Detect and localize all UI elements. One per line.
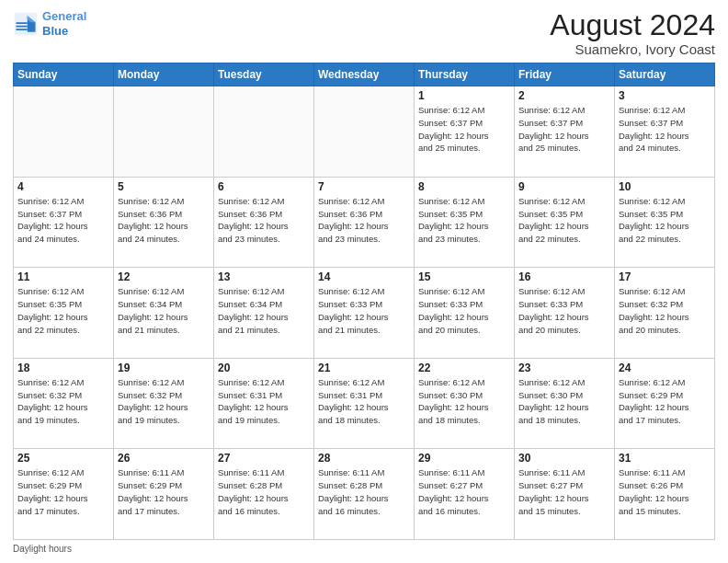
day-info: Sunrise: 6:12 AM Sunset: 6:34 PM Dayligh… bbox=[118, 285, 210, 336]
day-info: Sunrise: 6:12 AM Sunset: 6:37 PM Dayligh… bbox=[619, 104, 711, 155]
svg-rect-5 bbox=[17, 29, 28, 30]
day-header-wednesday: Wednesday bbox=[314, 63, 415, 86]
week-row-5: 25Sunrise: 6:12 AM Sunset: 6:29 PM Dayli… bbox=[14, 449, 715, 540]
calendar-cell: 25Sunrise: 6:12 AM Sunset: 6:29 PM Dayli… bbox=[14, 449, 114, 540]
day-number: 12 bbox=[118, 270, 210, 283]
day-number: 1 bbox=[418, 89, 510, 102]
day-info: Sunrise: 6:12 AM Sunset: 6:35 PM Dayligh… bbox=[17, 285, 109, 336]
title-block: August 2024 Suamekro, Ivory Coast bbox=[550, 9, 715, 57]
day-info: Sunrise: 6:12 AM Sunset: 6:36 PM Dayligh… bbox=[118, 195, 210, 246]
logo-icon bbox=[13, 11, 39, 37]
calendar-cell: 31Sunrise: 6:11 AM Sunset: 6:26 PM Dayli… bbox=[615, 449, 715, 540]
day-number: 29 bbox=[418, 452, 510, 465]
calendar-cell: 11Sunrise: 6:12 AM Sunset: 6:35 PM Dayli… bbox=[14, 268, 114, 359]
calendar-cell: 18Sunrise: 6:12 AM Sunset: 6:32 PM Dayli… bbox=[14, 358, 114, 449]
calendar-cell: 8Sunrise: 6:12 AM Sunset: 6:35 PM Daylig… bbox=[415, 177, 515, 268]
day-info: Sunrise: 6:11 AM Sunset: 6:26 PM Dayligh… bbox=[619, 466, 711, 517]
calendar-cell: 12Sunrise: 6:12 AM Sunset: 6:34 PM Dayli… bbox=[114, 268, 214, 359]
calendar-cell: 6Sunrise: 6:12 AM Sunset: 6:36 PM Daylig… bbox=[214, 177, 314, 268]
calendar-cell: 30Sunrise: 6:11 AM Sunset: 6:27 PM Dayli… bbox=[515, 449, 615, 540]
day-info: Sunrise: 6:11 AM Sunset: 6:28 PM Dayligh… bbox=[218, 466, 310, 517]
calendar-cell: 15Sunrise: 6:12 AM Sunset: 6:33 PM Dayli… bbox=[415, 268, 515, 359]
day-number: 21 bbox=[318, 362, 410, 374]
day-number: 26 bbox=[118, 452, 210, 465]
calendar-cell bbox=[214, 86, 314, 178]
day-info: Sunrise: 6:12 AM Sunset: 6:30 PM Dayligh… bbox=[418, 376, 510, 427]
day-number: 16 bbox=[518, 270, 610, 283]
calendar-cell: 24Sunrise: 6:12 AM Sunset: 6:29 PM Dayli… bbox=[615, 358, 715, 449]
calendar-cell: 3Sunrise: 6:12 AM Sunset: 6:37 PM Daylig… bbox=[615, 86, 715, 178]
day-info: Sunrise: 6:11 AM Sunset: 6:28 PM Dayligh… bbox=[318, 466, 410, 517]
daylight-hours-label: Daylight hours bbox=[13, 544, 72, 554]
day-number: 23 bbox=[518, 362, 610, 374]
day-number: 25 bbox=[17, 452, 109, 465]
day-number: 3 bbox=[619, 89, 711, 102]
day-number: 17 bbox=[619, 270, 711, 283]
week-row-1: 1Sunrise: 6:12 AM Sunset: 6:37 PM Daylig… bbox=[14, 86, 715, 178]
day-info: Sunrise: 6:12 AM Sunset: 6:31 PM Dayligh… bbox=[318, 376, 410, 427]
day-header-thursday: Thursday bbox=[415, 63, 515, 86]
day-number: 22 bbox=[418, 362, 510, 374]
calendar-cell bbox=[14, 86, 114, 178]
calendar-table: SundayMondayTuesdayWednesdayThursdayFrid… bbox=[13, 63, 715, 540]
svg-rect-4 bbox=[17, 25, 28, 27]
day-info: Sunrise: 6:12 AM Sunset: 6:37 PM Dayligh… bbox=[17, 195, 109, 246]
calendar-cell: 2Sunrise: 6:12 AM Sunset: 6:37 PM Daylig… bbox=[515, 86, 615, 178]
logo-text: General Blue bbox=[42, 9, 86, 38]
calendar-title: August 2024 bbox=[550, 9, 715, 41]
day-number: 6 bbox=[218, 180, 310, 193]
calendar-cell: 26Sunrise: 6:11 AM Sunset: 6:29 PM Dayli… bbox=[114, 449, 214, 540]
day-info: Sunrise: 6:12 AM Sunset: 6:29 PM Dayligh… bbox=[17, 466, 109, 517]
day-number: 11 bbox=[17, 270, 109, 283]
day-info: Sunrise: 6:12 AM Sunset: 6:31 PM Dayligh… bbox=[218, 376, 310, 427]
day-info: Sunrise: 6:12 AM Sunset: 6:36 PM Dayligh… bbox=[218, 195, 310, 246]
footer-note: Daylight hours bbox=[13, 544, 715, 554]
calendar-cell: 28Sunrise: 6:11 AM Sunset: 6:28 PM Dayli… bbox=[314, 449, 415, 540]
day-info: Sunrise: 6:12 AM Sunset: 6:37 PM Dayligh… bbox=[418, 104, 510, 155]
day-header-monday: Monday bbox=[114, 63, 214, 86]
calendar-cell bbox=[314, 86, 415, 178]
day-info: Sunrise: 6:12 AM Sunset: 6:35 PM Dayligh… bbox=[518, 195, 610, 246]
header: General Blue August 2024 Suamekro, Ivory… bbox=[13, 9, 715, 57]
day-number: 27 bbox=[218, 452, 310, 465]
day-number: 9 bbox=[518, 180, 610, 193]
day-info: Sunrise: 6:12 AM Sunset: 6:37 PM Dayligh… bbox=[518, 104, 610, 155]
day-number: 24 bbox=[619, 362, 711, 374]
day-number: 5 bbox=[118, 180, 210, 193]
days-header-row: SundayMondayTuesdayWednesdayThursdayFrid… bbox=[14, 63, 715, 86]
calendar-cell: 22Sunrise: 6:12 AM Sunset: 6:30 PM Dayli… bbox=[415, 358, 515, 449]
day-number: 28 bbox=[318, 452, 410, 465]
day-info: Sunrise: 6:12 AM Sunset: 6:34 PM Dayligh… bbox=[218, 285, 310, 336]
calendar-cell: 29Sunrise: 6:11 AM Sunset: 6:27 PM Dayli… bbox=[415, 449, 515, 540]
calendar-cell: 17Sunrise: 6:12 AM Sunset: 6:32 PM Dayli… bbox=[615, 268, 715, 359]
day-number: 18 bbox=[17, 362, 109, 374]
day-number: 4 bbox=[17, 180, 109, 193]
calendar-cell bbox=[114, 86, 214, 178]
day-info: Sunrise: 6:12 AM Sunset: 6:35 PM Dayligh… bbox=[418, 195, 510, 246]
day-info: Sunrise: 6:12 AM Sunset: 6:32 PM Dayligh… bbox=[17, 376, 109, 427]
day-header-friday: Friday bbox=[515, 63, 615, 86]
day-number: 7 bbox=[318, 180, 410, 193]
calendar-subtitle: Suamekro, Ivory Coast bbox=[550, 41, 715, 57]
day-number: 19 bbox=[118, 362, 210, 374]
day-info: Sunrise: 6:11 AM Sunset: 6:27 PM Dayligh… bbox=[518, 466, 610, 517]
day-info: Sunrise: 6:12 AM Sunset: 6:36 PM Dayligh… bbox=[318, 195, 410, 246]
calendar-cell: 21Sunrise: 6:12 AM Sunset: 6:31 PM Dayli… bbox=[314, 358, 415, 449]
day-header-saturday: Saturday bbox=[615, 63, 715, 86]
week-row-2: 4Sunrise: 6:12 AM Sunset: 6:37 PM Daylig… bbox=[14, 177, 715, 268]
day-info: Sunrise: 6:12 AM Sunset: 6:33 PM Dayligh… bbox=[518, 285, 610, 336]
calendar-cell: 23Sunrise: 6:12 AM Sunset: 6:30 PM Dayli… bbox=[515, 358, 615, 449]
calendar-cell: 19Sunrise: 6:12 AM Sunset: 6:32 PM Dayli… bbox=[114, 358, 214, 449]
day-header-tuesday: Tuesday bbox=[214, 63, 314, 86]
week-row-3: 11Sunrise: 6:12 AM Sunset: 6:35 PM Dayli… bbox=[14, 268, 715, 359]
calendar-cell: 27Sunrise: 6:11 AM Sunset: 6:28 PM Dayli… bbox=[214, 449, 314, 540]
day-number: 30 bbox=[518, 452, 610, 465]
logo-line1: General bbox=[42, 9, 86, 23]
calendar-cell: 14Sunrise: 6:12 AM Sunset: 6:33 PM Dayli… bbox=[314, 268, 415, 359]
logo-line2: Blue bbox=[42, 24, 68, 38]
day-info: Sunrise: 6:11 AM Sunset: 6:27 PM Dayligh… bbox=[418, 466, 510, 517]
week-row-4: 18Sunrise: 6:12 AM Sunset: 6:32 PM Dayli… bbox=[14, 358, 715, 449]
day-number: 31 bbox=[619, 452, 711, 465]
day-number: 8 bbox=[418, 180, 510, 193]
day-number: 20 bbox=[218, 362, 310, 374]
